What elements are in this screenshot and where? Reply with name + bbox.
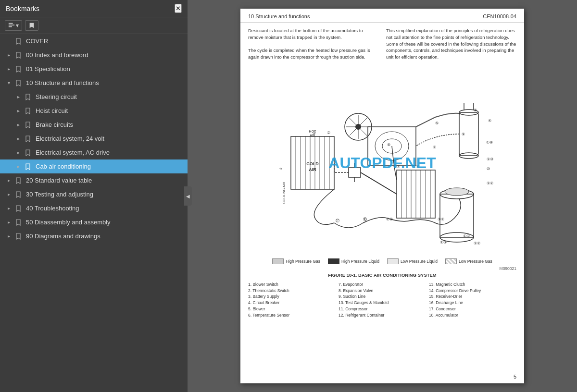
bookmark-label-cover: COVER — [26, 37, 48, 45]
svg-text:①①: ①① — [393, 164, 400, 169]
bookmark-icon-hoist — [24, 108, 32, 114]
sidebar: Bookmarks ✕ ▾ COVER00 Index and foreword… — [0, 0, 188, 392]
bookmark-icon-00-index — [14, 52, 22, 59]
expand-button[interactable]: ▾ — [5, 20, 22, 31]
chevron-icon-00-index — [5, 52, 13, 58]
svg-text:①①: ①① — [463, 234, 470, 238]
bookmark-item-20-std[interactable]: 20 Standard value table — [0, 173, 188, 187]
svg-text:③: ③ — [474, 108, 477, 112]
chevron-icon-brake — [14, 122, 22, 127]
bookmark-icon-30-test — [14, 191, 22, 198]
bookmark-label-20-std: 20 Standard value table — [26, 177, 92, 184]
bookmark-item-40-trouble[interactable]: 40 Troubleshooting — [0, 201, 188, 215]
chevron-icon-cab-ac — [14, 164, 22, 169]
legend-label-lpg: Low Pressure Gas — [459, 259, 492, 264]
ac-diagram: HOT AIR COLD AIR COOLING AIR ➔ — [252, 74, 512, 252]
bookmark-icon-elec24 — [24, 135, 32, 142]
svg-text:⑰: ⑰ — [336, 219, 339, 223]
chevron-icon-30-test — [5, 192, 13, 197]
bookmark-options-button[interactable] — [25, 20, 38, 31]
bookmark-item-01-spec[interactable]: 01 Specification — [0, 62, 188, 76]
sidebar-collapse-button[interactable]: ◀ — [184, 186, 192, 206]
parts-col-2: 7. Evaporator 8. Expansion Valve 9. Suct… — [339, 282, 426, 318]
svg-text:⑧: ⑧ — [387, 143, 390, 147]
bookmark-label-50-disasm: 50 Disassembly and assembly — [26, 219, 111, 226]
svg-text:⑥: ⑥ — [416, 164, 419, 169]
legend-area: High Pressure Gas High Pressure Liquid L… — [240, 257, 524, 266]
bookmark-item-cover[interactable]: COVER — [0, 34, 188, 48]
sidebar-title: Bookmarks — [6, 5, 39, 12]
intro-text-left: Desiccant is located at the bottom of th… — [248, 27, 378, 61]
bookmark-icon-40-trouble — [14, 205, 22, 212]
intro-text: Desiccant is located at the bottom of th… — [248, 27, 516, 61]
main-content: 10 Structure and functions CEN10008-04 D… — [188, 0, 577, 392]
svg-rect-0 — [9, 23, 13, 24]
bookmark-item-elec24[interactable]: Electrical system, 24 volt — [0, 132, 188, 146]
chevron-icon-50-disasm — [5, 220, 13, 225]
bookmark-label-elec24: Electrical system, 24 volt — [36, 135, 104, 142]
svg-text:COLD: COLD — [306, 161, 319, 166]
legend-box-lpg — [445, 258, 457, 264]
legend-high-pressure-gas: High Pressure Gas — [272, 258, 320, 264]
bookmark-item-90-diag[interactable]: 90 Diagrams and drawings — [0, 229, 188, 243]
bookmark-label-00-index: 00 Index and foreword — [26, 51, 88, 59]
svg-rect-3 — [252, 74, 512, 252]
chevron-icon-20-std — [5, 178, 13, 183]
legend-box-lpl — [387, 258, 399, 264]
bookmark-label-steering: Steering circuit — [36, 93, 77, 100]
svg-text:①③: ①③ — [440, 240, 447, 245]
svg-text:②: ② — [327, 131, 330, 135]
bookmark-icon-01-spec — [14, 66, 22, 73]
bookmark-label-brake: Brake circuits — [36, 121, 73, 128]
bookmark-item-hoist[interactable]: Hoist circuit — [0, 104, 188, 118]
page-container: 10 Structure and functions CEN10008-04 D… — [240, 9, 524, 383]
legend-box-hpg — [272, 258, 284, 264]
bookmark-label-90-diag: 90 Diagrams and drawings — [26, 233, 100, 240]
bookmark-item-30-test[interactable]: 30 Testing and adjusting — [0, 187, 188, 201]
bookmark-item-50-disasm[interactable]: 50 Disassembly and assembly — [0, 215, 188, 229]
svg-text:①②: ①② — [474, 241, 480, 245]
bookmark-icon-20-std — [14, 177, 22, 184]
chevron-icon-40-trouble — [5, 206, 13, 211]
bookmark-icon-10-struct — [14, 80, 22, 86]
bookmark-item-brake[interactable]: Brake circuits — [0, 118, 188, 132]
bookmark-icon-90-diag — [14, 233, 22, 240]
svg-rect-1 — [9, 24, 14, 25]
svg-point-51 — [355, 124, 361, 130]
page-body: Desiccant is located at the bottom of th… — [240, 23, 524, 69]
legend-label-hpg: High Pressure Gas — [286, 259, 320, 264]
svg-text:➔: ➔ — [279, 167, 282, 171]
chevron-icon-elecac — [14, 150, 22, 155]
bookmark-label-30-test: 30 Testing and adjusting — [26, 191, 93, 198]
svg-text:①②: ①② — [487, 181, 493, 185]
chevron-icon-90-diag — [5, 233, 13, 239]
bookmark-item-10-struct[interactable]: 10 Structure and functions — [0, 76, 188, 90]
legend-low-pressure-liquid: Low Pressure Liquid — [387, 258, 438, 264]
parts-col-3: 13. Magnetic Clutch 14. Compressor Drive… — [429, 282, 516, 318]
chevron-icon-01-spec — [5, 66, 13, 72]
page-header-right: CEN10008-04 — [483, 13, 516, 19]
bookmark-item-cab-ac[interactable]: Cab air conditioning — [0, 159, 188, 173]
bookmark-list: COVER00 Index and foreword01 Specificati… — [0, 34, 188, 392]
sidebar-toolbar: ▾ — [0, 17, 188, 34]
bookmark-icon-50-disasm — [14, 219, 22, 226]
figure-caption: FIGURE 10-1. BASIC AIR CONDITIONING SYST… — [240, 271, 524, 279]
bookmark-item-elecac[interactable]: Electrical system, AC drive — [0, 146, 188, 159]
figure-id: M090021 — [240, 266, 524, 271]
bookmark-item-00-index[interactable]: 00 Index and foreword — [0, 48, 188, 62]
bookmark-item-steering[interactable]: Steering circuit — [0, 90, 188, 104]
parts-list: 1. Blower Switch 2. Thermostatic Switch … — [240, 279, 524, 321]
chevron-icon-10-struct — [5, 80, 13, 86]
bookmark-label-elecac: Electrical system, AC drive — [36, 149, 110, 156]
svg-text:⑨: ⑨ — [462, 132, 465, 136]
bookmark-label-hoist: Hoist circuit — [36, 107, 68, 114]
close-button[interactable]: ✕ — [175, 4, 182, 13]
bookmark-label-01-spec: 01 Specification — [26, 65, 70, 73]
diagram-area: HOT AIR COLD AIR COOLING AIR ➔ — [240, 69, 524, 257]
legend-low-pressure-gas: Low Pressure Gas — [445, 258, 492, 264]
svg-text:COOLING AIR: COOLING AIR — [282, 182, 286, 204]
legend-box-hpl — [328, 258, 339, 264]
sidebar-header: Bookmarks ✕ — [0, 0, 188, 17]
bookmark-icon-cover — [14, 38, 22, 45]
bookmark-icon-steering — [24, 94, 32, 100]
